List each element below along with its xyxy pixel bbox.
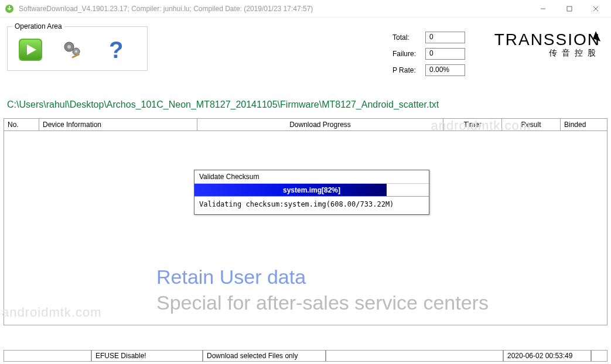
operation-area: Operation Area ?	[7, 22, 148, 71]
scatter-file-path: C:\Users\rahul\Desktop\Archos_101C_Neon_…	[0, 94, 611, 114]
status-datetime: 2020-06-02 00:53:49	[503, 351, 591, 362]
col-progress[interactable]: Download Progress	[197, 119, 443, 131]
svg-text:?: ?	[109, 37, 123, 63]
maximize-button[interactable]	[556, 1, 582, 17]
dialog-title: Validate Checksum	[194, 170, 429, 184]
status-cell-4	[326, 351, 503, 362]
close-button[interactable]	[582, 1, 609, 17]
statusbar: EFUSE Disable! Download selected Files o…	[4, 350, 607, 362]
total-label: Total:	[392, 33, 425, 42]
prate-label: P Rate:	[392, 66, 425, 74]
progress-text: system.img[82%]	[194, 184, 429, 197]
checksum-dialog: Validate Checksum system.img[82%] Valida…	[194, 170, 429, 215]
overlay-retain: Retain User data	[156, 266, 306, 289]
svg-point-10	[75, 50, 77, 53]
status-efuse: EFUSE Disable!	[91, 351, 203, 362]
operation-legend: Operation Area	[12, 22, 64, 30]
status-cell-6	[591, 351, 607, 362]
svg-rect-2	[567, 6, 572, 11]
progress-bar: system.img[82%]	[194, 184, 429, 197]
status-mode: Download selected Files only	[203, 351, 326, 362]
window-title: SoftwareDownload_V4.1901.23.17; Compiler…	[19, 5, 530, 13]
watermark: androidmtk.com	[431, 118, 531, 133]
top-panel: Operation Area ? Total: 0 Failure: 0 P R…	[0, 18, 611, 94]
failure-value: 0	[425, 48, 465, 60]
total-value: 0	[425, 32, 465, 43]
table-body: androidmtk.com Validate Checksum system.…	[4, 131, 607, 325]
stats-panel: Total: 0 Failure: 0 P Rate: 0.00%	[392, 30, 465, 80]
prate-value: 0.00%	[425, 64, 465, 76]
window-titlebar: SoftwareDownload_V4.1901.23.17; Compiler…	[0, 0, 611, 18]
settings-button[interactable]	[58, 36, 87, 63]
col-no[interactable]: No.	[4, 119, 39, 131]
col-binded[interactable]: Binded	[561, 119, 607, 131]
minimize-button[interactable]	[530, 1, 556, 17]
device-table: No. Device Information Download Progress…	[4, 118, 607, 325]
status-cell-1	[4, 351, 91, 362]
dialog-status: Validating checksum:system.img(608.00/73…	[194, 197, 429, 214]
brand-sub: 传音控股	[494, 48, 600, 59]
col-device[interactable]: Device Information	[39, 119, 197, 131]
help-button[interactable]: ?	[100, 36, 129, 63]
failure-label: Failure:	[392, 50, 425, 58]
watermark-2: androidmtk.com	[2, 305, 102, 320]
brand-main: TRANSSION◣	[494, 30, 600, 49]
brand-logo: TRANSSION◣ 传音控股	[494, 30, 600, 59]
play-button[interactable]	[16, 36, 45, 63]
app-icon	[5, 4, 14, 13]
overlay-special: Special for after-sales service centers	[156, 291, 489, 314]
svg-point-8	[67, 45, 71, 49]
